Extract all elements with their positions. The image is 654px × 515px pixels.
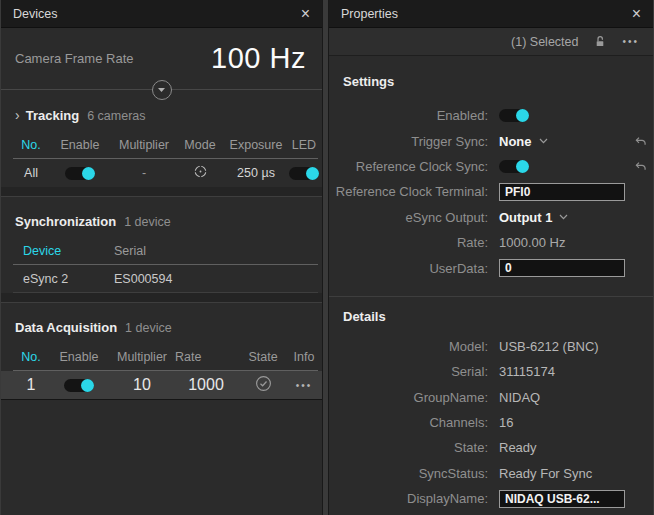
enabled-row: Enabled: (329, 103, 653, 128)
chevron-down-icon (539, 138, 548, 144)
check-circle-icon (237, 375, 289, 396)
col-enable[interactable]: Enable (49, 350, 109, 364)
unlock-icon[interactable] (594, 35, 606, 48)
properties-panel: Properties × (1) Selected ••• Settings E… (329, 0, 654, 515)
syncstatus-label: SyncStatus: (329, 466, 499, 481)
groupname-row: GroupName: NIDAQ (329, 385, 653, 410)
col-exposure[interactable]: Exposure (223, 138, 289, 152)
col-led[interactable]: LED (289, 138, 319, 152)
section-divider (1, 293, 322, 303)
reference-clock-sync-toggle[interactable] (499, 160, 529, 173)
reference-clock-sync-row: Reference Clock Sync: (329, 154, 653, 179)
settings-section-title: Settings (329, 56, 653, 95)
reference-clock-sync-label: Reference Clock Sync: (329, 159, 499, 174)
undo-icon (634, 136, 647, 147)
tracking-led-toggle[interactable] (289, 167, 319, 180)
reference-clock-sync-reset-button[interactable] (634, 161, 647, 172)
reference-clock-terminal-row: Reference Clock Terminal: (329, 179, 653, 204)
synchronization-title: Synchronization (15, 214, 116, 229)
displayname-row: DisplayName: (329, 486, 653, 511)
userdata-label: UserData: (329, 261, 499, 276)
tracking-row-exposure: 250 µs (223, 166, 289, 180)
frame-rate-value: 100 Hz (211, 42, 306, 75)
esync-output-value: Output 1 (499, 210, 552, 225)
col-serial[interactable]: Serial (104, 244, 318, 258)
trigger-sync-reset-button[interactable] (634, 136, 647, 147)
devices-close-icon[interactable]: × (299, 6, 312, 22)
col-multiplier[interactable]: Multiplier (111, 138, 177, 152)
devices-panel: Devices × Camera Frame Rate 100 Hz › Tra… (0, 0, 322, 515)
selection-label: (1) Selected (511, 35, 578, 49)
properties-close-icon[interactable]: × (630, 6, 643, 22)
model-row: Model: USB-6212 (BNC) (329, 334, 653, 359)
data-acquisition-title: Data Acquisition (15, 320, 117, 335)
col-state[interactable]: State (237, 350, 289, 364)
displayname-input[interactable] (499, 490, 625, 508)
da-row-rate: 1000 (175, 376, 237, 394)
model-value: USB-6212 (BNC) (499, 339, 621, 354)
enabled-toggle[interactable] (499, 109, 529, 122)
frame-rate-label: Camera Frame Rate (15, 51, 133, 66)
properties-body: Settings Enabled: Trigger Sync: None (329, 56, 653, 515)
tracking-count: 6 cameras (87, 109, 145, 123)
properties-panel-title: Properties (341, 7, 398, 21)
chevron-down-icon (157, 87, 166, 93)
tracking-row-all[interactable]: All - 250 µs (13, 159, 318, 187)
col-rate[interactable]: Rate (175, 350, 201, 364)
channels-label: Channels: (329, 415, 499, 430)
reference-clock-terminal-input[interactable] (499, 183, 625, 201)
col-device[interactable]: Device (13, 244, 104, 258)
tracking-row-multiplier: - (111, 166, 177, 180)
col-info[interactable]: Info (289, 350, 319, 364)
trigger-sync-row: Trigger Sync: None (329, 128, 653, 153)
sync-row-device: eSync 2 (13, 272, 104, 286)
properties-menu-icon[interactable]: ••• (622, 36, 639, 47)
expand-chevron-icon: › (15, 107, 20, 123)
esync-output-dropdown[interactable]: Output 1 (499, 210, 568, 225)
da-row-multiplier: 10 (109, 376, 175, 394)
section-divider (1, 187, 322, 197)
col-multiplier[interactable]: Multiplier (109, 350, 175, 364)
userdata-input[interactable] (499, 259, 625, 277)
serial-label: Serial: (329, 364, 499, 379)
model-label: Model: (329, 339, 499, 354)
da-enable-toggle[interactable] (64, 379, 94, 392)
panel-splitter[interactable] (322, 0, 329, 515)
state-value: Ready (499, 440, 621, 455)
app-root: Devices × Camera Frame Rate 100 Hz › Tra… (0, 0, 654, 515)
syncstatus-value: Ready For Sync (499, 466, 621, 481)
col-mode[interactable]: Mode (177, 138, 223, 152)
serial-value: 31115174 (499, 364, 621, 379)
data-acquisition-table: No. Enable Multiplier Rate State Info (1, 346, 322, 371)
state-row: State: Ready (329, 435, 653, 460)
channels-value: 16 (499, 415, 621, 430)
trigger-sync-value: None (499, 134, 532, 149)
col-no[interactable]: No. (13, 350, 49, 364)
esync-output-row: eSync Output: Output 1 (329, 205, 653, 230)
data-acquisition-table-header: No. Enable Multiplier Rate State Info (13, 346, 318, 371)
aim-circle-icon[interactable] (177, 164, 223, 182)
data-acquisition-row-selected[interactable]: 1 10 1000 ••• (1, 371, 322, 400)
trigger-sync-label: Trigger Sync: (329, 134, 499, 149)
undo-icon (634, 161, 647, 172)
da-row-no: 1 (13, 376, 49, 394)
settings-rows: Enabled: Trigger Sync: None (329, 103, 653, 281)
data-acquisition-row-grid: 1 10 1000 ••• (13, 371, 318, 399)
devices-panel-title: Devices (13, 7, 57, 21)
frame-rate-expander-button[interactable] (152, 80, 172, 100)
trigger-sync-dropdown[interactable]: None (499, 134, 548, 149)
tracking-table: No. Enable Multiplier Mode Exposure LED … (1, 134, 322, 187)
enabled-label: Enabled: (329, 108, 499, 123)
da-row-info-menu[interactable]: ••• (289, 380, 319, 391)
data-acquisition-count: 1 device (125, 321, 172, 335)
reference-clock-terminal-label: Reference Clock Terminal: (329, 184, 499, 199)
displayname-label: DisplayName: (329, 491, 499, 506)
tracking-enable-toggle[interactable] (65, 167, 95, 180)
state-label: State: (329, 440, 499, 455)
camera-frame-rate-section: Camera Frame Rate 100 Hz (1, 28, 322, 90)
devices-titlebar: Devices × (1, 0, 322, 28)
synchronization-row-esync[interactable]: eSync 2 ES000594 (13, 265, 318, 293)
serial-row: Serial: 31115174 (329, 359, 653, 384)
col-no[interactable]: No. (13, 138, 49, 152)
col-enable[interactable]: Enable (49, 138, 111, 152)
